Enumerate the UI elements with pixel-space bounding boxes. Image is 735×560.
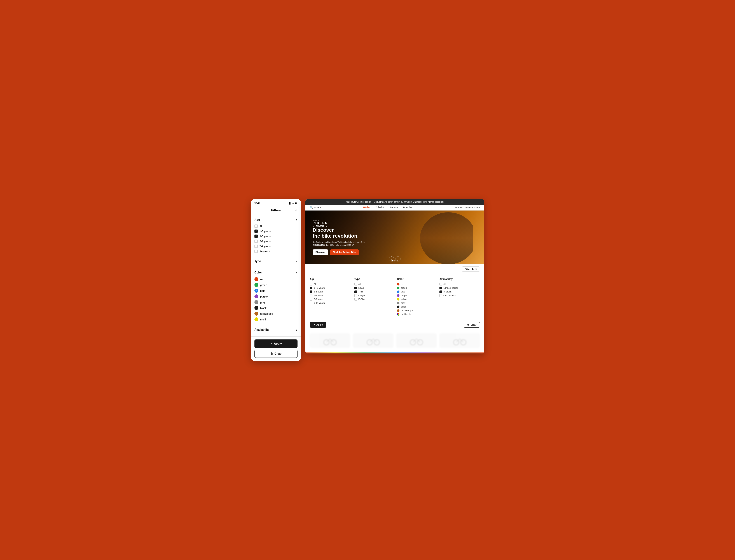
desktop-color-multi[interactable]: multi-color xyxy=(397,312,435,316)
hero-dots xyxy=(392,260,398,261)
desktop-age-all[interactable]: All xyxy=(310,282,350,286)
desktop-color-red[interactable]: red xyxy=(397,282,435,286)
desktop-avail-limited[interactable]: Limited edition xyxy=(440,286,478,290)
search-label[interactable]: Suche xyxy=(314,206,321,209)
nav-zubehoer[interactable]: Zubehör xyxy=(376,206,385,209)
color-multi-item[interactable]: multi xyxy=(254,316,297,322)
age-section-header[interactable]: Age ∧ xyxy=(254,218,297,221)
hero-dot-1[interactable] xyxy=(392,260,393,261)
desktop-avail-instock-checkbox[interactable] xyxy=(440,290,442,293)
desktop-type-ebike-checkbox[interactable] xyxy=(354,298,357,301)
desktop-avail-all-checkbox[interactable] xyxy=(440,283,442,285)
svg-line-15 xyxy=(460,339,463,342)
desktop-header: 🔍 Suche Räder Zubehör Service Bundles Ko… xyxy=(305,205,484,211)
desktop-age-5-7[interactable]: 5-7 years xyxy=(310,294,350,297)
desktop-color-purple[interactable]: purple xyxy=(397,294,435,297)
desktop-avail-instock-label: In stock xyxy=(444,290,452,293)
type-section-header[interactable]: Type ∨ xyxy=(254,260,297,263)
age-5-7-checkbox[interactable] xyxy=(254,240,258,243)
desktop-color-green[interactable]: green xyxy=(397,286,435,290)
nav-service[interactable]: Service xyxy=(390,206,398,209)
search-icon[interactable]: 🔍 xyxy=(310,206,313,209)
color-green-item[interactable]: green xyxy=(254,282,297,288)
nav-raeder[interactable]: Räder xyxy=(363,206,371,209)
desktop-avail-all[interactable]: All xyxy=(440,282,478,286)
discover-button[interactable]: Discover xyxy=(312,249,328,255)
color-terracoppa-item[interactable]: terracoppa xyxy=(254,311,297,316)
apply-button[interactable]: ✓ Apply xyxy=(254,339,297,348)
desktop-type-cargo-checkbox[interactable] xyxy=(354,294,357,297)
age-all-item[interactable]: All xyxy=(254,224,297,229)
age-9-plus-item[interactable]: 9+ years xyxy=(254,249,297,254)
filter-clear-icon[interactable]: ✕ xyxy=(475,268,477,270)
color-purple-item[interactable]: purple xyxy=(254,294,297,299)
color-grey-dot[interactable] xyxy=(254,300,258,304)
desktop-type-road[interactable]: Road xyxy=(354,286,393,290)
desktop-age-5-7-checkbox[interactable] xyxy=(310,294,312,297)
color-terracoppa-dot[interactable] xyxy=(254,312,258,316)
desktop-age-3-5-checkbox[interactable] xyxy=(310,290,312,293)
desktop-age-9-11-checkbox[interactable] xyxy=(310,302,312,304)
color-red-item[interactable]: red xyxy=(254,276,297,282)
color-blue-dot[interactable] xyxy=(254,289,258,293)
close-button[interactable]: ✕ xyxy=(294,208,297,213)
age-1-3-item[interactable]: 1-3 years xyxy=(254,229,297,234)
color-black-dot[interactable] xyxy=(254,306,258,310)
desktop-color-terracoppa[interactable]: terra coppa xyxy=(397,309,435,312)
desktop-age-7-9[interactable]: 7-9 years xyxy=(310,297,350,301)
age-7-9-item[interactable]: 7-9 years xyxy=(254,244,297,249)
hero-dot-3[interactable] xyxy=(397,260,398,261)
nav-bundles[interactable]: Bundles xyxy=(403,206,413,209)
age-3-5-item[interactable]: 3-5 years xyxy=(254,234,297,239)
desktop-age-3-5[interactable]: 3-5 years xyxy=(310,290,350,294)
desktop-type-trail-checkbox[interactable] xyxy=(354,290,357,293)
desktop-age-1-3-checkbox[interactable] xyxy=(310,287,312,289)
kontakt-link[interactable]: Kontakt xyxy=(455,206,463,209)
desktop-apply-button[interactable]: ✓ Apply xyxy=(310,322,326,328)
desktop-type-road-checkbox[interactable] xyxy=(354,287,357,289)
desktop-type-trail[interactable]: Trail xyxy=(354,290,393,294)
color-multi-dot[interactable] xyxy=(254,317,258,321)
filter-toggle-button[interactable]: Filter ✕ xyxy=(462,266,480,272)
desktop-avail-limited-checkbox[interactable] xyxy=(440,287,442,289)
color-red-dot[interactable] xyxy=(254,277,258,281)
desktop-type-all-checkbox[interactable] xyxy=(354,283,357,285)
desktop-color-terracoppa-label: terra coppa xyxy=(401,309,413,312)
color-blue-item[interactable]: blue xyxy=(254,288,297,294)
desktop-color-grey[interactable]: grey xyxy=(397,301,435,305)
desktop-type-cargo[interactable]: Cargo xyxy=(354,294,393,297)
desktop-avail-outofstock[interactable]: Out of stock xyxy=(440,294,478,297)
age-section-title: Age xyxy=(254,218,260,221)
color-purple-dot[interactable] xyxy=(254,294,258,298)
clear-button[interactable]: 🗑 Clear xyxy=(254,350,297,358)
desktop-color-yellow[interactable]: yellow xyxy=(397,297,435,301)
age-all-checkbox[interactable] xyxy=(254,225,258,228)
desktop-type-all[interactable]: All xyxy=(354,282,393,286)
age-5-7-item[interactable]: 5-7 years xyxy=(254,239,297,244)
haendlersuche-link[interactable]: Händlersuche xyxy=(466,206,480,209)
desktop-age-all-checkbox[interactable] xyxy=(310,283,312,285)
desktop-clear-button[interactable]: 🗑 Clear xyxy=(464,322,480,328)
find-perfect-bike-button[interactable]: Find the Perfect Bike xyxy=(330,249,359,255)
hero-dot-2[interactable] xyxy=(394,260,396,261)
desktop-age-9-11[interactable]: 9-11 years xyxy=(310,301,350,305)
desktop-avail-instock[interactable]: In stock xyxy=(440,290,478,294)
desktop-avail-outofstock-checkbox[interactable] xyxy=(440,294,442,297)
color-black-item[interactable]: black xyxy=(254,305,297,311)
color-green-dot[interactable] xyxy=(254,283,258,287)
desktop-type-ebike[interactable]: E-Bike xyxy=(354,297,393,301)
age-9-plus-checkbox[interactable] xyxy=(254,250,258,253)
battery-icon: ▮▮ xyxy=(295,202,297,204)
availability-section-header[interactable]: Availability ∨ xyxy=(254,328,297,331)
age-1-3-checkbox[interactable] xyxy=(254,230,258,233)
bike-wheel-1 xyxy=(323,335,337,346)
desktop-age-7-9-checkbox[interactable] xyxy=(310,298,312,301)
color-section-header[interactable]: Color ∧ xyxy=(254,271,297,274)
age-3-5-checkbox[interactable] xyxy=(254,235,258,238)
age-7-9-checkbox[interactable] xyxy=(254,245,258,248)
desktop-color-black[interactable]: black xyxy=(397,305,435,309)
desktop-color-blue[interactable]: blue xyxy=(397,290,435,294)
desktop-age-1-3[interactable]: 1 - 3 years xyxy=(310,286,350,290)
color-purple-label: purple xyxy=(260,295,268,298)
color-grey-item[interactable]: grey xyxy=(254,299,297,305)
